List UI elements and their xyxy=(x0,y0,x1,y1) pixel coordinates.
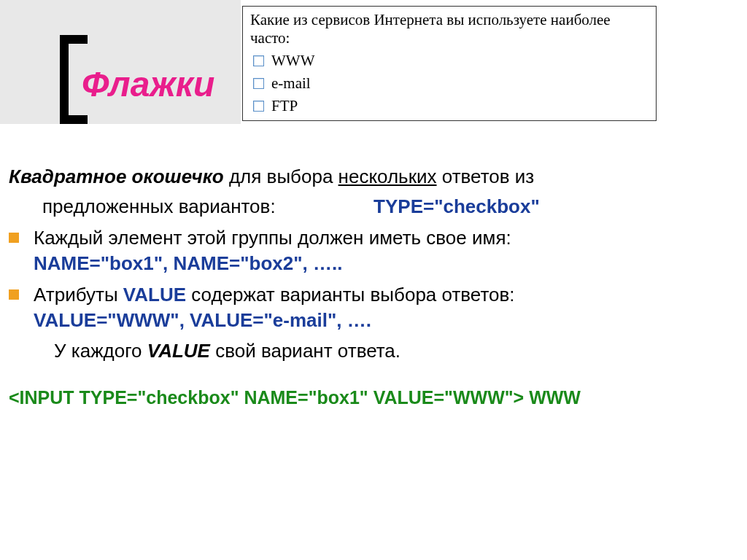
bullet-2-kw: VALUE xyxy=(123,284,186,306)
type-attribute: TYPE="checkbox" xyxy=(374,195,540,217)
intro-line2-text: предложенных вариантов: xyxy=(42,195,276,217)
title-background xyxy=(0,0,241,124)
intro-paragraph: Квадратное окошечко для выбора нескольки… xyxy=(9,164,718,190)
checkbox-icon[interactable] xyxy=(253,101,264,112)
note-pre: У каждого xyxy=(54,340,147,362)
checkbox-row-www: WWW xyxy=(253,52,649,70)
checkbox-icon[interactable] xyxy=(253,55,264,66)
value-note: У каждого VALUE свой вариант ответа. xyxy=(9,338,718,364)
bullet-2-pre: Атрибуты xyxy=(34,284,123,306)
bullet-2: Атрибуты VALUE содержат варианты выбора … xyxy=(9,282,718,333)
square-bullet-icon xyxy=(9,233,19,243)
checkbox-example-box: Какие из сервисов Интернета вы используе… xyxy=(242,6,657,121)
checkbox-row-ftp: FTP xyxy=(253,97,649,115)
checkbox-row-email: e-mail xyxy=(253,74,649,93)
checkbox-label: FTP xyxy=(271,97,298,115)
bullet-1: Каждый элемент этой группы должен иметь … xyxy=(9,225,718,276)
checkbox-label: WWW xyxy=(271,52,314,70)
checkbox-label: e-mail xyxy=(271,74,311,93)
intro-line2: предложенных вариантов: TYPE="checkbox" xyxy=(9,194,718,219)
example-question: Какие из сервисов Интернета вы используе… xyxy=(250,11,649,47)
square-bullet-icon xyxy=(9,289,19,300)
note-kw: VALUE xyxy=(147,340,210,362)
bullet-2-text: Атрибуты VALUE содержат варианты выбора … xyxy=(34,282,718,333)
bullet-2-post: содержат варианты выбора ответов: xyxy=(186,284,515,306)
intro-text-2: ответов из xyxy=(437,166,535,187)
intro-lead: Квадратное окошечко xyxy=(9,166,224,187)
content-area: Квадратное окошечко для выбора нескольки… xyxy=(9,164,718,410)
intro-text-1: для выбора xyxy=(224,166,338,187)
intro-underlined: нескольких xyxy=(338,166,437,187)
note-post: свой вариант ответа. xyxy=(210,340,400,362)
bullet-2-code: VALUE="WWW", VALUE="e-mail", …. xyxy=(34,309,371,331)
code-example: <INPUT TYPE="checkbox" NAME="box1" VALUE… xyxy=(9,386,718,411)
slide-title: Флажки xyxy=(82,64,214,104)
bullet-1-text: Каждый элемент этой группы должен иметь … xyxy=(34,225,718,276)
bullet-1-line: Каждый элемент этой группы должен иметь … xyxy=(34,227,511,249)
checkbox-icon[interactable] xyxy=(253,78,264,89)
bullet-1-code: NAME="box1", NAME="box2", ….. xyxy=(34,252,343,274)
